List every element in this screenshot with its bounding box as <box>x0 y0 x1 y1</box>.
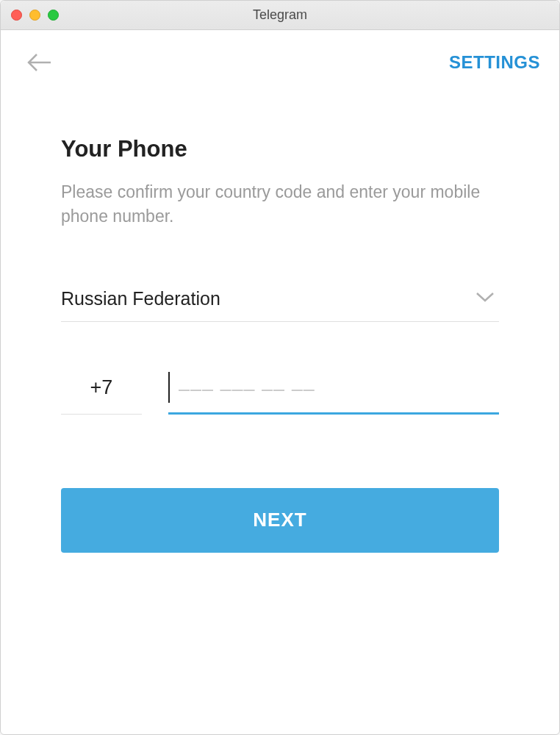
settings-link[interactable]: SETTINGS <box>449 52 540 73</box>
country-code-input[interactable] <box>61 376 142 415</box>
phone-number-input[interactable] <box>168 376 499 399</box>
country-selector[interactable]: Russian Federation <box>61 288 499 322</box>
header-row: SETTINGS <box>1 30 559 77</box>
page-title: Your Phone <box>61 136 499 162</box>
phone-row: ––– ––– –– –– <box>61 376 499 415</box>
content-area: Your Phone Please confirm your country c… <box>1 77 559 553</box>
chevron-down-icon <box>475 291 495 306</box>
window-title: Telegram <box>253 7 307 23</box>
next-button[interactable]: NEXT <box>61 488 499 553</box>
close-window-button[interactable] <box>11 10 22 21</box>
traffic-lights <box>11 10 59 21</box>
arrow-left-icon <box>26 53 51 72</box>
titlebar: Telegram <box>1 1 559 30</box>
app-window: Telegram SETTINGS Your Phone Please conf… <box>0 0 560 735</box>
back-button[interactable] <box>24 48 54 77</box>
phone-input-wrapper: ––– ––– –– –– <box>168 376 499 415</box>
maximize-window-button[interactable] <box>48 10 59 21</box>
minimize-window-button[interactable] <box>29 10 40 21</box>
page-description: Please confirm your country code and ent… <box>61 180 499 229</box>
text-cursor <box>168 372 170 403</box>
country-selected-label: Russian Federation <box>61 288 220 309</box>
